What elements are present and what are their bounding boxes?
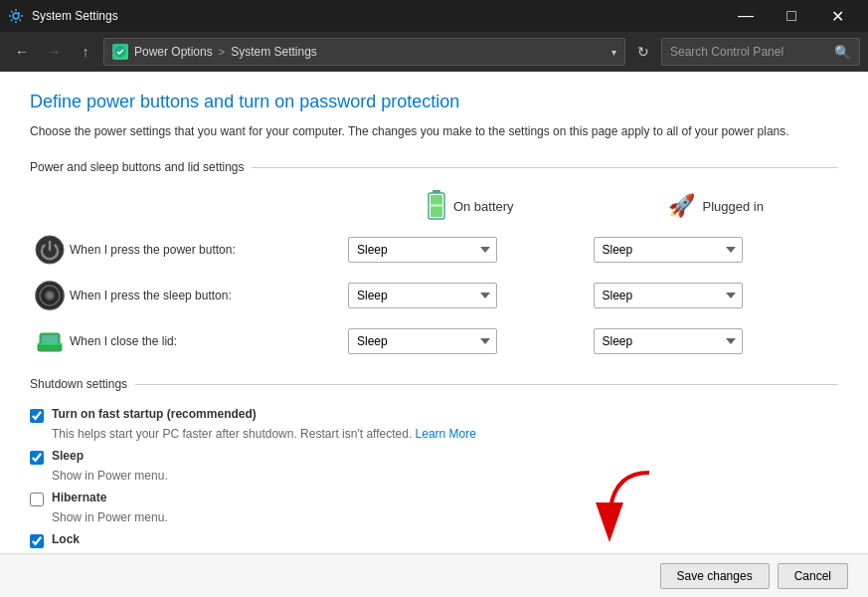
shutdown-settings: Turn on fast startup (recommended) This … xyxy=(30,407,838,566)
lock-label[interactable]: Lock xyxy=(52,532,80,546)
power-button-icon xyxy=(34,234,66,266)
breadcrumb-current: System Settings xyxy=(231,45,317,59)
close-button[interactable]: ✕ xyxy=(814,0,860,32)
svg-point-10 xyxy=(47,293,53,298)
sleep-button-label: When I press the sleep button: xyxy=(70,289,348,302)
window-title: System Settings xyxy=(32,9,118,23)
sleep-desc: Show in Power menu. xyxy=(52,469,838,483)
back-button[interactable]: ← xyxy=(8,38,36,66)
lid-icon xyxy=(34,325,66,357)
toolbar: ← → ↑ Power Options > System Settings ▾ … xyxy=(0,32,868,72)
fast-startup-checkbox[interactable] xyxy=(30,409,44,423)
settings-rows: When I press the power button: Sleep Do … xyxy=(30,234,838,357)
lid-plugged-select[interactable]: Sleep Do nothing Hibernate Shut down Tur… xyxy=(594,328,743,354)
hibernate-checkbox-row: Hibernate xyxy=(30,491,838,506)
fast-startup-label[interactable]: Turn on fast startup (recommended) xyxy=(52,407,257,421)
cancel-button[interactable]: Cancel xyxy=(778,563,848,589)
address-dropdown-button[interactable]: ▾ xyxy=(611,47,616,58)
main-content: Define power buttons and turn on passwor… xyxy=(0,72,868,597)
svg-rect-5 xyxy=(431,204,442,207)
search-icon[interactable]: 🔍 xyxy=(834,45,851,60)
column-headers: On battery 🚀 Plugged in xyxy=(30,190,838,222)
sleep-checkbox-row: Sleep xyxy=(30,449,838,465)
sleep-checkbox-label[interactable]: Sleep xyxy=(52,449,84,463)
bottom-bar: Save changes Cancel xyxy=(0,553,868,597)
section2-header: Shutdown settings xyxy=(30,377,838,391)
save-changes-button[interactable]: Save changes xyxy=(660,563,770,589)
section1-header: Power and sleep buttons and lid settings xyxy=(30,160,838,174)
battery-icon xyxy=(428,190,445,222)
sleep-on-battery-select[interactable]: Sleep Do nothing Hibernate Shut down Tur… xyxy=(348,283,497,308)
lock-checkbox-row: Lock xyxy=(30,532,838,548)
sleep-button-icon xyxy=(34,280,66,311)
up-button[interactable]: ↑ xyxy=(72,38,99,66)
table-row: When I close the lid: Sleep Do nothing H… xyxy=(30,325,838,357)
learn-more-link[interactable]: Learn More xyxy=(416,427,476,441)
on-battery-header: On battery xyxy=(348,190,594,222)
lid-plugged-select-wrap[interactable]: Sleep Do nothing Hibernate Shut down Tur… xyxy=(594,328,839,354)
page-title: Define power buttons and turn on passwor… xyxy=(30,92,838,112)
fast-startup-row: Turn on fast startup (recommended) xyxy=(30,407,838,423)
table-row: When I press the power button: Sleep Do … xyxy=(30,234,838,266)
breadcrumb-root[interactable]: Power Options xyxy=(134,45,213,59)
search-box[interactable]: 🔍 xyxy=(661,38,860,66)
page-description: Choose the power settings that you want … xyxy=(30,122,838,140)
sleep-plugged-select-wrap[interactable]: Sleep Do nothing Hibernate Shut down Tur… xyxy=(594,283,839,308)
table-row: When I press the sleep button: Sleep Do … xyxy=(30,280,838,311)
refresh-button[interactable]: ↻ xyxy=(629,44,657,60)
address-icon xyxy=(112,44,128,60)
lid-label: When I close the lid: xyxy=(70,334,348,348)
power-plugged-select[interactable]: Sleep Do nothing Hibernate Shut down Tur… xyxy=(594,237,743,263)
power-on-battery-select-wrap[interactable]: Sleep Do nothing Hibernate Shut down Tur… xyxy=(348,237,594,263)
power-on-battery-select[interactable]: Sleep Do nothing Hibernate Shut down Tur… xyxy=(348,237,497,263)
hibernate-desc: Show in Power menu. xyxy=(52,510,838,524)
address-bar: Power Options > System Settings ▾ xyxy=(103,38,625,66)
hibernate-checkbox[interactable] xyxy=(30,493,44,506)
minimize-button[interactable]: — xyxy=(723,0,769,32)
sleep-checkbox[interactable] xyxy=(30,451,44,465)
sleep-on-battery-select-wrap[interactable]: Sleep Do nothing Hibernate Shut down Tur… xyxy=(348,283,594,308)
lid-on-battery-select[interactable]: Sleep Do nothing Hibernate Shut down Tur… xyxy=(348,328,497,354)
power-plugged-select-wrap[interactable]: Sleep Do nothing Hibernate Shut down Tur… xyxy=(594,237,839,263)
search-input[interactable] xyxy=(670,45,828,59)
fast-startup-desc: This helps start your PC faster after sh… xyxy=(52,427,838,441)
maximize-button[interactable]: □ xyxy=(769,0,814,32)
power-button-label: When I press the power button: xyxy=(70,243,348,257)
plugged-in-icon: 🚀 xyxy=(668,193,695,219)
plugged-in-header: 🚀 Plugged in xyxy=(594,190,839,222)
sleep-plugged-select[interactable]: Sleep Do nothing Hibernate Shut down Tur… xyxy=(594,283,743,308)
svg-point-0 xyxy=(13,13,19,19)
forward-button[interactable]: → xyxy=(40,38,68,66)
breadcrumb-separator: > xyxy=(219,46,225,58)
svg-rect-13 xyxy=(42,335,58,343)
lid-on-battery-select-wrap[interactable]: Sleep Do nothing Hibernate Shut down Tur… xyxy=(348,328,594,354)
window-controls: — □ ✕ xyxy=(723,0,860,32)
title-bar: System Settings — □ ✕ xyxy=(0,0,868,32)
hibernate-label[interactable]: Hibernate xyxy=(52,491,106,504)
lock-checkbox[interactable] xyxy=(30,534,44,548)
app-icon xyxy=(8,8,24,24)
